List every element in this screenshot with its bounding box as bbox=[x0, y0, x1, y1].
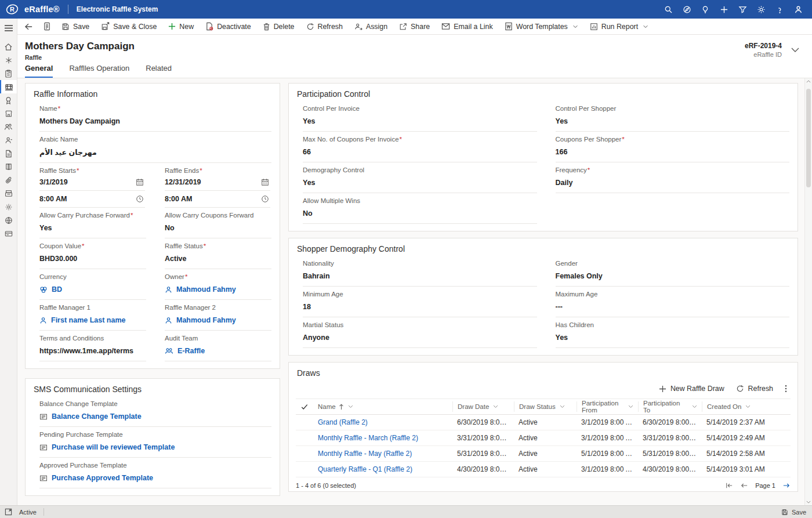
table-row[interactable]: Monthly Raffle - March (Raffle 2) 3/31/2… bbox=[296, 430, 791, 446]
tab-related[interactable]: Related bbox=[146, 64, 172, 78]
run-report-button[interactable]: Run Report bbox=[585, 19, 654, 34]
field-terms-and-conditions: Terms and Conditions https://www.1me.app… bbox=[39, 331, 146, 361]
name-value[interactable]: Mothers Day Campaign bbox=[39, 117, 270, 125]
filter-icon[interactable] bbox=[733, 0, 752, 19]
raffle-manager-1-lookup[interactable]: First name Last name bbox=[39, 316, 145, 324]
field-martial-status: Martial Status Anyone bbox=[303, 317, 537, 348]
eraffle-logo-icon[interactable]: R bbox=[6, 4, 19, 15]
sidebar-item-attachments-icon[interactable] bbox=[0, 173, 17, 187]
save-button[interactable]: Save bbox=[56, 19, 95, 34]
sidebar-item-stores-icon[interactable] bbox=[0, 107, 17, 120]
share-icon bbox=[399, 23, 407, 31]
raffle-ends-date[interactable]: 12/31/2019 bbox=[165, 174, 270, 191]
deactivate-button[interactable]: Deactivate bbox=[200, 19, 256, 34]
raffle-manager-2-lookup[interactable]: Mahmoud Fahmy bbox=[165, 316, 270, 324]
settings-gear-icon[interactable] bbox=[752, 0, 770, 19]
table-row[interactable]: Grand (Raffle 2) 6/30/2019 8:00 AM Activ… bbox=[296, 415, 791, 430]
sidebar-item-prizes-icon[interactable] bbox=[0, 93, 17, 107]
record-navigator-button[interactable] bbox=[39, 19, 55, 34]
share-button[interactable]: Share bbox=[394, 19, 435, 34]
back-button[interactable] bbox=[20, 19, 38, 34]
previous-page-icon[interactable] bbox=[740, 482, 748, 489]
sidebar-item-shoppers-icon[interactable] bbox=[0, 120, 17, 133]
draw-name-link[interactable]: Monthly Raffle - May (Raffle 2) bbox=[313, 450, 452, 458]
statusbar-save-button[interactable]: Save bbox=[781, 509, 806, 516]
clock-icon[interactable] bbox=[136, 195, 144, 203]
select-all-checkmark-icon[interactable] bbox=[296, 401, 313, 412]
table-row[interactable]: Monthly Raffle - May (Raffle 2) 5/31/201… bbox=[296, 446, 791, 462]
refresh-button[interactable]: Refresh bbox=[301, 19, 348, 34]
column-filter-chevron-icon bbox=[560, 405, 565, 408]
section-raffle-information: Raffle Information Name* Mothers Day Cam… bbox=[25, 83, 280, 369]
search-icon[interactable] bbox=[659, 0, 677, 19]
sidebar-item-raffles-icon[interactable] bbox=[0, 80, 17, 93]
draw-name-link[interactable]: Grand (Raffle 2) bbox=[313, 418, 452, 426]
scroll-down-icon[interactable] bbox=[806, 501, 811, 503]
owner-lookup[interactable]: Mahmoud Fahmy bbox=[165, 285, 270, 294]
save-and-close-button[interactable]: Save & Close bbox=[96, 19, 162, 34]
record-state-label: Active bbox=[19, 509, 37, 516]
app-logo-text[interactable]: eRaffle® bbox=[24, 5, 60, 14]
tab-general[interactable]: General bbox=[25, 64, 53, 78]
column-header-participation-from[interactable]: Participation From bbox=[577, 401, 638, 412]
header-expand-chevron-icon[interactable] bbox=[791, 48, 799, 52]
sidebar-item-recent-icon[interactable] bbox=[0, 53, 17, 67]
first-page-icon[interactable] bbox=[725, 482, 733, 489]
table-row[interactable]: Quarterly Raffle - Q1 (Raffle 2) 4/30/20… bbox=[296, 462, 791, 477]
sidebar-item-home-icon[interactable] bbox=[0, 40, 17, 53]
scrollbar-thumb[interactable] bbox=[806, 89, 811, 187]
raffle-ends-time[interactable]: 8:00 AM bbox=[165, 191, 270, 208]
sidebar-item-catalog-icon[interactable] bbox=[0, 160, 17, 173]
new-raffle-draw-button[interactable]: New Raffle Draw bbox=[654, 382, 729, 395]
guide-compass-icon[interactable] bbox=[677, 0, 696, 19]
scroll-up-icon[interactable] bbox=[806, 80, 811, 83]
vertical-scrollbar[interactable] bbox=[804, 78, 812, 505]
quick-create-plus-icon[interactable] bbox=[715, 0, 733, 19]
balance-change-template-lookup[interactable]: Balance Change Template bbox=[39, 412, 270, 421]
sitemap-menu-icon[interactable] bbox=[0, 20, 17, 35]
raffle-starts-date[interactable]: 3/1/2019 bbox=[39, 174, 145, 191]
account-person-icon[interactable] bbox=[789, 0, 807, 19]
sidebar-item-invoices-icon[interactable] bbox=[0, 147, 17, 160]
audit-team-lookup[interactable]: E-Raffle bbox=[165, 347, 270, 355]
field-demography-control: Demography Control Yes bbox=[303, 162, 537, 193]
raffle-starts-time[interactable]: 8:00 AM bbox=[39, 191, 145, 208]
new-button[interactable]: New bbox=[163, 19, 199, 34]
draws-refresh-button[interactable]: Refresh bbox=[731, 382, 778, 395]
draw-name-link[interactable]: Quarterly Raffle - Q1 (Raffle 2) bbox=[313, 465, 452, 473]
sidebar-item-coupons-icon[interactable] bbox=[0, 227, 17, 240]
column-header-draw-date[interactable]: Draw Date bbox=[452, 401, 514, 412]
assign-button[interactable]: Assign bbox=[349, 19, 393, 34]
lightbulb-icon[interactable] bbox=[696, 0, 715, 19]
column-header-participation-to[interactable]: Participation To bbox=[638, 401, 702, 412]
calendar-icon[interactable] bbox=[136, 178, 144, 186]
next-page-icon[interactable] bbox=[782, 482, 791, 489]
sidebar-item-contacts-icon[interactable] bbox=[0, 133, 17, 147]
clock-icon[interactable] bbox=[261, 195, 269, 203]
sidebar-item-pos-machines-icon[interactable] bbox=[0, 187, 17, 200]
column-header-name[interactable]: Name bbox=[313, 401, 452, 412]
pending-purchase-template-lookup[interactable]: Purchase will be reviewed Template bbox=[39, 443, 270, 451]
sidebar-item-tasks-icon[interactable] bbox=[0, 67, 17, 80]
arabic-name-value[interactable]: مهرجان عيد الأم bbox=[39, 148, 97, 157]
column-header-draw-status[interactable]: Draw Status bbox=[514, 401, 577, 412]
draws-more-commands-button[interactable] bbox=[780, 382, 792, 395]
person-icon bbox=[39, 317, 47, 324]
delete-button[interactable]: Delete bbox=[258, 19, 300, 34]
sidebar-item-settings-icon[interactable] bbox=[0, 200, 17, 213]
email-a-link-button[interactable]: Email a Link bbox=[436, 19, 498, 34]
tab-raffles-operation[interactable]: Rafflles Operation bbox=[69, 64, 129, 78]
sidebar-item-web-icon[interactable] bbox=[0, 213, 17, 227]
status-bar: Active Save bbox=[0, 505, 812, 518]
word-templates-button[interactable]: Word Templates bbox=[499, 19, 583, 34]
help-icon[interactable] bbox=[770, 0, 789, 19]
approved-purchase-template-lookup[interactable]: Purchase Approved Template bbox=[39, 474, 270, 482]
expand-form-icon[interactable] bbox=[5, 508, 12, 516]
vertical-ellipsis-icon bbox=[785, 385, 787, 393]
calendar-icon[interactable] bbox=[261, 178, 269, 186]
draw-name-link[interactable]: Monthly Raffle - March (Raffle 2) bbox=[313, 434, 452, 442]
currency-lookup[interactable]: BD bbox=[39, 285, 145, 294]
chevron-down-icon bbox=[643, 25, 648, 28]
draws-table: Name Draw Date Draw Status Participation… bbox=[296, 399, 791, 477]
column-header-created-on[interactable]: Created On bbox=[702, 401, 791, 412]
